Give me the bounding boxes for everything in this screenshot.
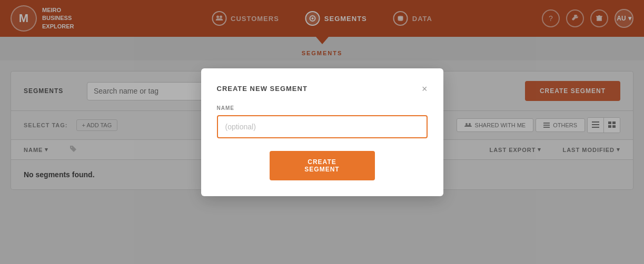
modal-title: CREATE NEW SEGMENT	[217, 85, 308, 93]
modal-footer: CREATE SEGMENT	[217, 151, 428, 180]
modal-header: CREATE NEW SEGMENT ×	[217, 84, 428, 94]
modal-overlay[interactable]: CREATE NEW SEGMENT × NAME CREATE SEGMENT	[0, 0, 644, 264]
modal-create-button[interactable]: CREATE SEGMENT	[270, 151, 375, 180]
modal-name-input[interactable]	[217, 115, 428, 138]
modal-dialog: CREATE NEW SEGMENT × NAME CREATE SEGMENT	[201, 68, 443, 196]
modal-field-label: NAME	[217, 105, 428, 111]
modal-close-button[interactable]: ×	[422, 84, 428, 94]
